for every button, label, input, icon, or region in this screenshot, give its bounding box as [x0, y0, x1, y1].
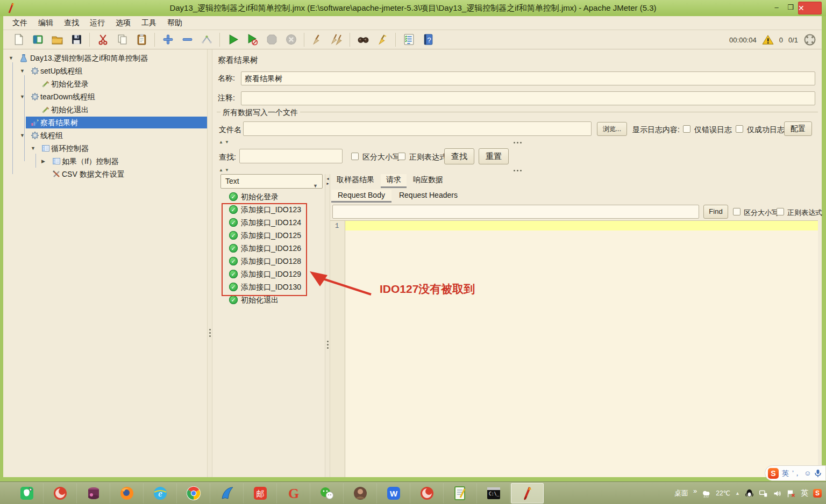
remove-icon[interactable]: [179, 32, 195, 47]
menu-item-5[interactable]: 工具: [137, 17, 161, 30]
tab-1[interactable]: 请求: [381, 174, 407, 188]
search-case-checkbox[interactable]: [351, 153, 359, 160]
viewer-regex-checkbox[interactable]: [777, 208, 784, 215]
cut-icon[interactable]: [95, 32, 111, 47]
tree-expander-icon[interactable]: ▼: [20, 90, 25, 103]
copy-icon[interactable]: [114, 32, 130, 47]
tree-item-label[interactable]: 循环控制器: [51, 142, 89, 155]
viewer-case-checkbox[interactable]: [733, 208, 740, 215]
menu-item-0[interactable]: 文件: [8, 17, 32, 30]
mic-icon[interactable]: [814, 469, 822, 478]
menu-item-2[interactable]: 查找: [59, 17, 84, 30]
tree-item-label[interactable]: 初始化登录: [51, 77, 89, 90]
errors-only-checkbox[interactable]: [683, 125, 690, 133]
taskbar-jmeter-icon[interactable]: [511, 483, 544, 503]
find-button[interactable]: 查找: [444, 148, 474, 164]
browse-button[interactable]: 浏览...: [597, 122, 627, 136]
menu-item-4[interactable]: 选项: [111, 17, 136, 30]
taskbar-foxmail-icon[interactable]: [44, 483, 77, 503]
tree-item[interactable]: 初始化登录: [3, 77, 207, 90]
ime-mode-label[interactable]: 英: [782, 469, 789, 478]
tree-item[interactable]: 察看结果树: [3, 116, 207, 129]
tree-item[interactable]: ▼setUp线程组: [3, 64, 207, 77]
tab-2[interactable]: 响应数据: [408, 174, 448, 188]
tree-expander-icon[interactable]: ▼: [20, 129, 25, 142]
clear-icon[interactable]: [309, 32, 325, 47]
subtab-0[interactable]: Request Body: [331, 190, 391, 203]
tree-item-label[interactable]: setUp线程组: [40, 64, 83, 77]
sogou-logo-icon[interactable]: S: [768, 468, 779, 479]
tree-item-label[interactable]: 如果（If）控制器: [62, 155, 119, 168]
taskbar-wechat-icon[interactable]: [311, 483, 344, 503]
search-icon[interactable]: [355, 32, 371, 47]
tray-expand-icon[interactable]: ▲: [735, 491, 740, 496]
temperature-label[interactable]: 22℃: [716, 489, 730, 497]
network-icon[interactable]: [759, 489, 768, 498]
tree-splitter[interactable]: [207, 49, 212, 477]
warning-icon[interactable]: [762, 34, 774, 45]
tree-item[interactable]: ▼循环控制器: [3, 142, 207, 155]
tree-item[interactable]: ▼线程组: [3, 129, 207, 142]
search-reset-icon[interactable]: [374, 32, 390, 47]
subtab-1[interactable]: Request Headers: [393, 190, 464, 203]
open-icon[interactable]: [49, 32, 65, 47]
start-icon[interactable]: [225, 32, 241, 47]
tree-item-label[interactable]: 初始化退出: [51, 103, 89, 116]
tree-item-label[interactable]: 察看结果树: [40, 116, 78, 129]
action-center-icon[interactable]: [787, 489, 796, 498]
weather-icon[interactable]: [702, 489, 711, 498]
tree-item[interactable]: CSV 数据文件设置: [3, 168, 207, 181]
name-input[interactable]: 察看结果树: [241, 71, 815, 85]
taskbar-database-app-icon[interactable]: [77, 483, 110, 503]
success-only-checkbox[interactable]: [736, 125, 743, 133]
tree-item[interactable]: ▼Day13.逻辑控制器之if和简单控制器: [3, 52, 207, 64]
configure-button[interactable]: 配置: [784, 121, 812, 136]
tree-expander-icon[interactable]: ▼: [31, 142, 35, 155]
taskbar-mail-app-icon[interactable]: 邮: [244, 483, 277, 503]
menu-item-6[interactable]: 帮助: [162, 17, 187, 30]
taskbar-chrome-icon[interactable]: [177, 483, 210, 503]
result-item-label[interactable]: 初始化登录: [241, 190, 279, 203]
stop-icon[interactable]: [264, 32, 280, 47]
close-button[interactable]: ✕: [798, 2, 822, 15]
sogou-tray-icon[interactable]: S: [813, 489, 822, 498]
result-item[interactable]: ✓初始化登录: [229, 190, 325, 203]
maximize-button[interactable]: ❒: [784, 3, 797, 13]
tree-item-label[interactable]: tearDown线程组: [40, 90, 95, 103]
tab-0[interactable]: 取样器结果: [331, 174, 380, 188]
taskbar-thunder-icon[interactable]: [211, 483, 244, 503]
taskbar-user-avatar-icon[interactable]: [344, 483, 377, 503]
splitter-collapse-icons[interactable]: ▲▼: [219, 168, 231, 172]
tree-expander-icon[interactable]: ▼: [20, 64, 25, 77]
taskbar-sogou-browser-icon[interactable]: G: [277, 483, 310, 503]
save-icon[interactable]: [68, 32, 84, 47]
tree-expander-icon[interactable]: ▼: [9, 52, 13, 64]
new-file-icon[interactable]: [10, 32, 26, 47]
tree-item[interactable]: 初始化退出: [3, 103, 207, 116]
taskbar-notepad-app-icon[interactable]: [444, 483, 477, 503]
ime-indicator[interactable]: 英: [801, 488, 808, 498]
tree-expander-icon[interactable]: ▶: [41, 155, 45, 168]
minimize-button[interactable]: –: [770, 3, 783, 13]
splitter-mid[interactable]: ▲▼: [217, 167, 818, 174]
taskbar-firefox-icon[interactable]: [111, 483, 144, 503]
request-body-editor[interactable]: [345, 220, 818, 477]
start-no-timers-icon[interactable]: [244, 32, 260, 47]
reset-button[interactable]: 重置: [479, 148, 509, 164]
paste-icon[interactable]: [133, 32, 149, 47]
tray-chevron-icon[interactable]: »: [693, 487, 697, 495]
taskbar-cmd-icon[interactable]: C:\_: [478, 483, 510, 503]
tree-item[interactable]: ▶如果（If）控制器: [3, 155, 207, 168]
taskbar-red-app-icon[interactable]: [411, 483, 444, 503]
splitter-top[interactable]: ▲▼: [217, 139, 818, 146]
results-splitter[interactable]: ◂▸: [325, 174, 330, 477]
qq-icon[interactable]: [745, 489, 754, 498]
taskbar-ie-icon[interactable]: e: [144, 483, 177, 503]
desktop-toolbar-label[interactable]: 桌面: [674, 488, 688, 498]
display-mode-dropdown[interactable]: Text ▼: [220, 174, 323, 189]
emoji-icon[interactable]: ☺: [804, 469, 811, 477]
add-icon[interactable]: [160, 32, 176, 47]
splitter-collapse-icons[interactable]: ◂▸: [325, 176, 330, 186]
search-input[interactable]: [239, 149, 343, 163]
templates-icon[interactable]: [30, 32, 46, 47]
